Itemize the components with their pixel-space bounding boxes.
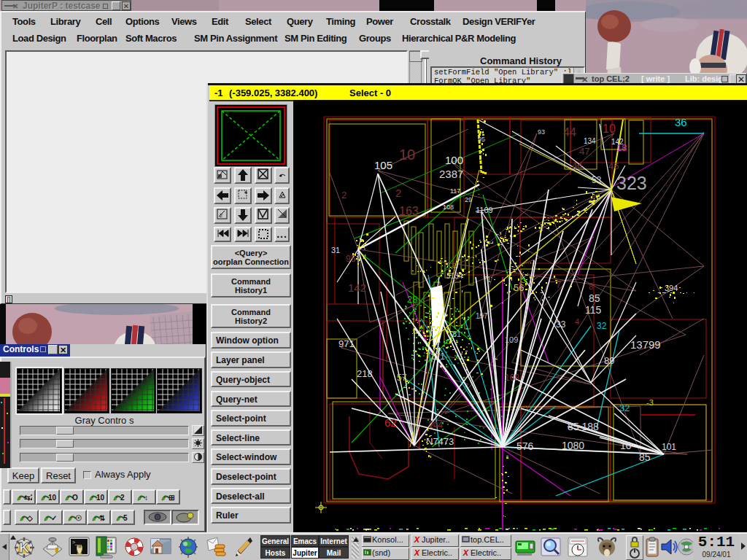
svg-text:85: 85 [639, 451, 651, 463]
svg-text:36: 36 [675, 116, 687, 128]
svg-text:10: 10 [96, 494, 104, 502]
svg-text:⇆2: ⇆2 [24, 494, 32, 502]
svg-text:85 188: 85 188 [568, 421, 599, 432]
svg-text:32: 32 [597, 321, 607, 331]
svg-text:5: 5 [123, 514, 128, 522]
svg-text:171: 171 [430, 351, 445, 362]
svg-text:142: 142 [348, 281, 366, 294]
svg-text:2: 2 [120, 494, 125, 502]
svg-text:2: 2 [341, 190, 347, 201]
svg-text:K: K [19, 540, 30, 556]
svg-text:576: 576 [516, 440, 534, 452]
svg-text:44: 44 [563, 126, 576, 139]
svg-text:85: 85 [589, 292, 600, 304]
svg-text:105: 105 [374, 159, 392, 171]
svg-text:N7473: N7473 [426, 436, 454, 447]
svg-text:109: 109 [505, 335, 518, 344]
svg-text:71: 71 [483, 276, 492, 284]
svg-text:46: 46 [608, 160, 619, 171]
svg-text:3134: 3134 [446, 272, 463, 280]
svg-text:56: 56 [514, 282, 524, 293]
svg-text:8: 8 [589, 281, 594, 292]
svg-text:O: O [72, 494, 78, 502]
svg-text:18: 18 [616, 142, 627, 153]
svg-text:134: 134 [584, 137, 596, 145]
svg-text:100: 100 [445, 154, 463, 166]
svg-text:53: 53 [592, 175, 602, 185]
svg-text:168: 168 [505, 373, 519, 383]
svg-text:1080: 1080 [562, 440, 584, 451]
svg-text:⊞: ⊞ [169, 494, 174, 502]
svg-text:81: 81 [452, 330, 461, 338]
svg-text:29: 29 [465, 196, 472, 203]
svg-text:244: 244 [428, 420, 443, 430]
svg-text:117: 117 [450, 187, 460, 195]
svg-text:4: 4 [575, 317, 579, 326]
svg-text:47: 47 [579, 146, 589, 157]
svg-text:☉: ☉ [75, 514, 82, 522]
svg-text:↕: ↕ [144, 494, 148, 502]
svg-text:10: 10 [48, 494, 56, 502]
svg-text:◇: ◇ [26, 514, 33, 522]
svg-text:2: 2 [220, 213, 222, 218]
svg-text:101: 101 [662, 442, 676, 452]
svg-text:323: 323 [616, 173, 647, 193]
svg-text:95: 95 [478, 136, 485, 143]
svg-text:44: 44 [572, 160, 582, 171]
svg-text:93: 93 [538, 128, 545, 136]
svg-text:28: 28 [407, 294, 417, 305]
svg-text:89: 89 [604, 355, 614, 366]
svg-text:218: 218 [357, 368, 373, 379]
svg-text:33: 33 [556, 319, 566, 330]
svg-text:2387: 2387 [439, 168, 463, 180]
svg-text:10: 10 [399, 147, 415, 163]
svg-text:1109: 1109 [476, 206, 493, 214]
svg-text:108: 108 [443, 203, 454, 211]
svg-text:2: 2 [395, 187, 401, 199]
svg-text:32: 32 [619, 402, 630, 413]
svg-text:971: 971 [338, 338, 355, 349]
svg-text:163: 163 [399, 205, 419, 217]
svg-text:115: 115 [585, 304, 602, 316]
svg-text:-3: -3 [646, 398, 654, 407]
svg-text:57: 57 [397, 373, 407, 383]
svg-text:95: 95 [346, 254, 356, 264]
svg-text:>_: >_ [72, 540, 78, 545]
svg-text:13799: 13799 [630, 338, 661, 351]
svg-text:7: 7 [556, 279, 561, 290]
svg-text:31: 31 [331, 246, 340, 254]
svg-text:394: 394 [665, 284, 678, 292]
svg-text:62: 62 [384, 416, 397, 429]
svg-text:10: 10 [620, 440, 632, 451]
svg-text:10: 10 [603, 122, 616, 135]
svg-text:✓: ✓ [51, 514, 57, 522]
svg-text:197: 197 [476, 312, 488, 320]
svg-text:⇅: ⇅ [99, 514, 105, 522]
